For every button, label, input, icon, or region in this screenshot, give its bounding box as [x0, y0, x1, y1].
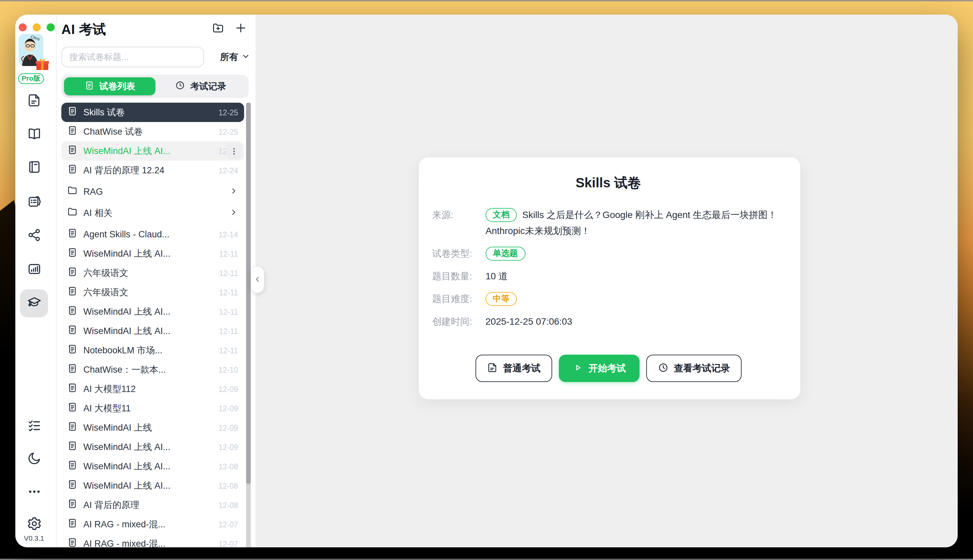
- dark-mode-toggle[interactable]: [20, 445, 48, 473]
- zoom-button[interactable]: [47, 23, 55, 31]
- start-exam-button-label: 开始考试: [589, 362, 626, 374]
- sidebar-item-exam[interactable]: [20, 289, 48, 317]
- filter-dropdown[interactable]: 所有: [220, 51, 250, 63]
- sidebar-item-share[interactable]: [20, 222, 48, 250]
- field-difficulty: 题目难度: 中等: [432, 291, 784, 307]
- field-question-count-label: 题目数量:: [432, 268, 486, 284]
- list-item[interactable]: WiseMindAI 上线 AI...12-08: [61, 476, 244, 495]
- normal-exam-button[interactable]: 普通考试: [475, 355, 552, 382]
- start-exam-button[interactable]: 开始考试: [559, 355, 639, 382]
- list-item[interactable]: Skills 试卷12-25: [61, 103, 244, 122]
- list-item-date: 12-25: [219, 128, 238, 136]
- list-item[interactable]: 六年级语文12-11: [61, 283, 244, 302]
- list-item-title: AI 背后的原理 12.24: [83, 164, 213, 176]
- sidebar-item-tasks[interactable]: [20, 413, 48, 441]
- scroll-icon: [67, 324, 78, 338]
- tab-exam-list[interactable]: 试卷列表: [64, 77, 155, 95]
- list-item-date: 12-25: [219, 108, 238, 116]
- list-item-title: AI RAG - mixed-混...: [83, 538, 213, 547]
- list-item-date: 12-11: [219, 288, 238, 296]
- list-item-title: AI 大模型11: [83, 402, 213, 414]
- list-item-date: 12-09: [219, 404, 238, 412]
- list-item[interactable]: ChatWise 试卷12-25: [61, 122, 244, 141]
- list-item[interactable]: AI 大模型1112-09: [61, 399, 244, 418]
- list-item[interactable]: AI 背后的原理 12.2412-24: [61, 161, 244, 180]
- new-folder-button[interactable]: [211, 21, 225, 37]
- more-menu-button[interactable]: [20, 479, 48, 507]
- scroll-icon: [67, 517, 78, 531]
- list-item[interactable]: WiseMindAI 上线12-09: [61, 418, 244, 437]
- list-item-date: 12-08: [219, 501, 238, 509]
- list-item[interactable]: AI RAG - mixed-混...12-07: [61, 515, 244, 534]
- ellipsis-icon: [26, 484, 42, 502]
- list-item[interactable]: WiseMindAI 上线 AI...12-11: [61, 302, 244, 321]
- scroll-icon: [67, 105, 78, 119]
- scroll-icon: [67, 285, 78, 299]
- share-icon: [26, 227, 42, 245]
- list-item[interactable]: WiseMindAI 上线 AI...12-11: [61, 244, 244, 263]
- gift-icon[interactable]: [35, 59, 49, 70]
- list-item-title: 六年级语文: [83, 267, 214, 279]
- sidebar-item-library[interactable]: [20, 121, 48, 149]
- page-title: AI 考试: [61, 20, 106, 38]
- exam-card-title: Skills 试卷: [432, 175, 784, 191]
- search-input[interactable]: [61, 47, 204, 67]
- field-difficulty-label: 题目难度:: [432, 291, 486, 307]
- field-question-count: 题目数量: 10 道: [432, 268, 784, 284]
- sidebar-item-stats[interactable]: [20, 256, 48, 284]
- list-item-title: WiseMindAI 上线 AI...: [83, 248, 214, 260]
- chevron-down-icon: [241, 52, 250, 62]
- sidebar-item-notebook[interactable]: [20, 154, 48, 182]
- scroll-icon: [67, 163, 78, 177]
- minimize-button[interactable]: [33, 23, 41, 31]
- list-item[interactable]: 六年级语文12-11: [61, 263, 244, 283]
- gear-icon: [26, 516, 42, 534]
- list-item[interactable]: WiseMindAI 上线 AI...12-09: [61, 437, 244, 457]
- list-item-title: AI RAG - mixed-混...: [83, 518, 213, 530]
- open-book-icon: [26, 126, 42, 144]
- list-item-title: WiseMindAI 上线 AI...: [83, 480, 213, 492]
- list-scrollbar-thumb[interactable]: [246, 103, 251, 484]
- list-item[interactable]: AI 背后的原理12-08: [61, 495, 244, 515]
- close-button[interactable]: [19, 23, 27, 31]
- field-exam-type: 试卷类型: 单选题: [432, 245, 784, 261]
- list-item[interactable]: ChatWise：一款本...12-10: [61, 360, 244, 379]
- field-source-label: 来源:: [432, 207, 486, 239]
- list-item-title: 六年级语文: [83, 286, 214, 298]
- list-item-date: 12-11: [219, 346, 238, 354]
- list-item[interactable]: AI RAG - mixed-混...12-07: [61, 534, 244, 547]
- list-item-title: Skills 试卷: [83, 106, 213, 118]
- exam-type-badge: 单选题: [486, 247, 525, 261]
- list-item-title: AI 背后的原理: [83, 499, 213, 511]
- list-scrollbar[interactable]: [246, 103, 251, 547]
- view-records-button[interactable]: 查看考试记录: [646, 355, 741, 382]
- add-exam-button[interactable]: [234, 21, 247, 37]
- scroll-icon: [67, 537, 78, 547]
- moon-icon: [26, 450, 42, 468]
- tab-exam-records[interactable]: 考试记录: [155, 77, 246, 95]
- list-item[interactable]: AI 大模型11212-09: [61, 379, 244, 399]
- list-item[interactable]: NotebookLM 市场...12-11: [61, 341, 244, 360]
- clock-icon: [657, 362, 669, 375]
- list-item-date: 12-08: [219, 462, 238, 470]
- scroll-icon: [67, 401, 78, 415]
- sidebar-item-flashcards[interactable]: [20, 188, 48, 216]
- folder-item[interactable]: AI 相关: [61, 203, 244, 223]
- bar-chart-icon: [26, 261, 42, 279]
- row-menu-button[interactable]: [226, 143, 241, 159]
- list-item-date: 12-11: [219, 250, 238, 258]
- list-item[interactable]: Agent Skills - Claud...12-14: [61, 225, 244, 244]
- collapse-panel-button[interactable]: [251, 267, 264, 293]
- document-icon: [26, 92, 42, 110]
- document-icon: [486, 362, 498, 375]
- tab-exam-list-label: 试卷列表: [99, 80, 135, 92]
- list-item[interactable]: WiseMindAI 上线 AI...12-24: [61, 141, 244, 161]
- view-records-button-label: 查看考试记录: [674, 362, 730, 374]
- list-item-title: WiseMindAI 上线: [83, 422, 213, 434]
- sidebar-item-documents[interactable]: [20, 87, 48, 115]
- list-item[interactable]: WiseMindAI 上线 AI...12-08: [61, 457, 244, 476]
- normal-exam-button-label: 普通考试: [503, 362, 541, 374]
- folder-item[interactable]: RAG: [61, 182, 244, 201]
- list-item[interactable]: WiseMindAI 上线 AI...12-11: [61, 321, 244, 341]
- exam-detail-card: Skills 试卷 来源: 文档Skills 之后是什么？Google 刚补上 …: [419, 157, 800, 399]
